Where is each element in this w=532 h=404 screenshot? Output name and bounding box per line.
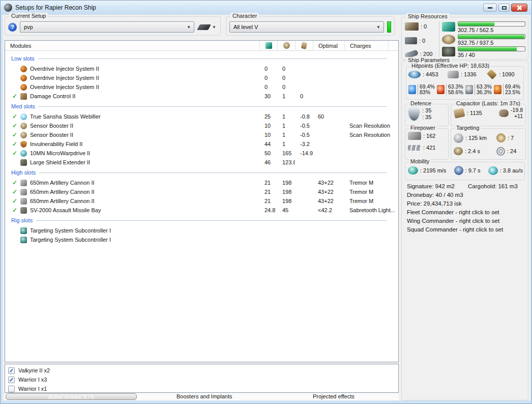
launcher-hardpoint-icon <box>405 37 417 44</box>
module-optimal-value: 43+22 <box>313 189 344 195</box>
drone-label: Valkyrie II x2 <box>18 367 50 373</box>
info-line[interactable]: Squad Commander - right click to set <box>407 226 526 235</box>
resist-divider <box>446 84 447 95</box>
module-name: 650mm Artillery Cannon II <box>30 198 259 204</box>
drone-row[interactable]: ✓Valkyrie II x2 <box>8 366 398 375</box>
squad-commander-link[interactable]: Squad Commander - right click to set <box>407 226 503 235</box>
module-cpu-value: 30 <box>259 93 277 99</box>
module-pg-value: 1 <box>277 141 295 147</box>
drone-checkbox[interactable]: ✓ <box>8 377 15 383</box>
active-checkmark-icon: ✓ <box>12 189 20 195</box>
drone-label: Warrior I x3 <box>18 377 47 383</box>
module-row[interactable]: ✓SV-2000 Assault Missile Bay24.845<42.2S… <box>5 206 398 215</box>
module-row[interactable]: ✓Damage Control II3010 <box>5 92 398 101</box>
close-icon <box>517 5 522 10</box>
cap-booster-icon <box>499 109 509 117</box>
setup-combobox[interactable]: pvp ▼ <box>20 21 194 33</box>
help-icon[interactable]: ? <box>8 23 17 32</box>
module-row[interactable]: ✓True Sansha Stasis Webifier251-0.860 <box>5 112 398 121</box>
module-row[interactable]: ✓650mm Artillery Cannon II2119843+22Trem… <box>5 178 398 187</box>
active-checkmark-icon: ✓ <box>12 198 20 204</box>
ship-info-lines: Signature: 942 m2 Cargohold: 161 m3 Dron… <box>407 183 526 235</box>
module-name: Damage Control II <box>30 93 259 99</box>
drone-label: Warrior I x1 <box>18 386 47 392</box>
module-row[interactable]: ✓Sensor Booster II101-0.5Scan Resolution <box>5 130 398 139</box>
info-line[interactable]: Wing Commander - right click to set <box>407 218 526 226</box>
resist-divider <box>475 84 475 95</box>
sensor-booster-icon <box>20 132 27 138</box>
module-row[interactable]: Overdrive Injector System II00 <box>5 64 398 73</box>
window-title: Setups for Rapier Recon Ship <box>15 4 96 11</box>
wing-commander-link[interactable]: Wing Commander - right click to set <box>407 218 499 226</box>
module-charges-value: Tremor M <box>344 198 398 204</box>
restore-button[interactable] <box>498 4 510 12</box>
app-icon <box>4 4 12 12</box>
module-row[interactable]: ✓Sensor Booster II101-0.5Scan Resolution <box>5 121 398 130</box>
module-cpu-value: 0 <box>259 75 277 81</box>
drone-checkbox[interactable] <box>8 386 15 392</box>
active-checkmark-icon: ✓ <box>12 93 20 99</box>
drone-bandwidth-bar-fill <box>458 47 517 51</box>
module-name: 10MN MicroWarpdrive II <box>30 150 259 156</box>
drone-row[interactable]: ✓Warrior I x3 <box>8 375 398 384</box>
module-row[interactable]: Overdrive Injector System II00 <box>5 73 398 82</box>
module-row[interactable]: Overdrive Injector System II00 <box>5 82 398 92</box>
module-row[interactable]: ✓650mm Artillery Cannon II2119843+22Trem… <box>5 196 398 206</box>
title-bar[interactable]: Setups for Rapier Recon Ship <box>1 1 531 15</box>
ship-menu-button[interactable]: ▼ <box>197 24 217 30</box>
align-time: : 9.7 s <box>454 166 481 175</box>
slot-section-header: High slots <box>5 167 398 178</box>
ship-icon <box>197 24 211 30</box>
module-cap-value: -14.9 <box>295 150 313 156</box>
modules-panel: Modules Optimal Charges Low slotsOverdri… <box>5 40 399 362</box>
thermal-resist-icon <box>437 85 445 94</box>
boosters-implants-toggle[interactable]: Boosters and Implants <box>176 393 232 399</box>
module-cap-value: 0 <box>295 93 313 99</box>
character-combobox[interactable]: All level V ▼ <box>229 21 384 33</box>
dps-value: : 421 <box>423 145 435 151</box>
info-line[interactable]: Fleet Commander - right click to set <box>407 209 526 218</box>
module-cap-value: -0.5 <box>295 123 313 129</box>
dps: : 421 <box>408 145 447 151</box>
module-charges-value: Tremor M <box>344 189 398 195</box>
max-velocity-value: : 2195 m/s <box>420 167 446 174</box>
hull-hp-icon <box>487 69 497 79</box>
module-row[interactable]: ✓650mm Artillery Cannon II2119843+22Trem… <box>5 187 398 196</box>
setup-combobox-value: pvp <box>24 24 33 30</box>
section-rule <box>36 220 387 221</box>
close-button[interactable] <box>511 4 527 12</box>
shield-hp-icon <box>408 71 421 78</box>
volley-damage: : 162 <box>408 132 447 140</box>
microwarpdrive-icon <box>20 150 27 157</box>
caption-buttons <box>483 4 527 12</box>
module-row[interactable]: Large Shield Extender II46123.8 <box>5 158 398 167</box>
header-gutter <box>388 41 398 51</box>
module-row[interactable]: ✓10MN MicroWarpdrive II50165-14.9 <box>5 149 398 158</box>
capacitor-recharge: +11 <box>511 113 523 119</box>
module-row[interactable]: Targeting System Subcontroller I <box>5 226 398 235</box>
modules-body: Low slotsOverdrive Injector System II00O… <box>5 51 398 362</box>
mobility-groupbox: Mobility : 2195 m/s : 9.7 s : 3.8 au/s <box>405 162 525 180</box>
active-drones-toggle[interactable]: Active drones: 5 / 5 <box>6 393 137 400</box>
module-pg-value: 123.8 <box>277 159 295 165</box>
module-cpu-value: 10 <box>259 132 277 138</box>
projected-effects-toggle[interactable]: Projected effects <box>313 393 354 399</box>
module-cpu-value: 21 <box>259 189 277 195</box>
drone-row[interactable]: Warrior I x1 <box>8 384 398 393</box>
module-cpu-value: 25 <box>259 113 277 120</box>
hitpoint-pools: : 4453 : 1336 : 1090 <box>408 70 522 78</box>
module-row[interactable]: ✓Invulnerability Field II441-3.2 <box>5 139 398 149</box>
max-targets: : 7 <box>496 131 524 145</box>
fleet-commander-link[interactable]: Fleet Commander - right click to set <box>407 209 499 218</box>
character-combobox-value: All level V <box>233 24 258 30</box>
hitpoints-groupbox: Hitpoints (Effective HP: 18,633) : 4453 … <box>406 66 524 100</box>
module-row[interactable]: Targeting System Subcontroller I <box>5 235 398 244</box>
module-charges-value: Sabretooth Light... <box>344 207 398 213</box>
drone-checkbox[interactable]: ✓ <box>8 367 15 374</box>
module-charges-value: Tremor M <box>344 180 398 186</box>
minimize-button[interactable] <box>483 4 497 12</box>
max-velocity: : 2195 m/s <box>408 166 446 175</box>
slot-section-header: Low slots <box>5 53 398 64</box>
cpu-bar <box>458 21 525 26</box>
module-name: 650mm Artillery Cannon II <box>30 180 259 186</box>
